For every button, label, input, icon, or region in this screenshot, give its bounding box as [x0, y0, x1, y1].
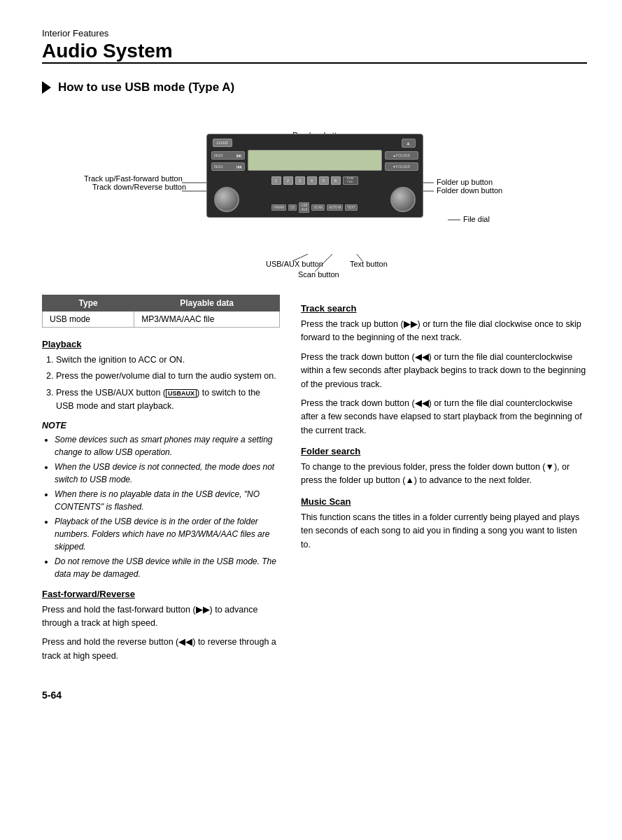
- folder-search-text: To change to the previous folder, press …: [301, 461, 587, 488]
- svg-text:Text button: Text button: [350, 260, 388, 268]
- svg-text:USB/AUX button: USB/AUX button: [266, 260, 323, 268]
- svg-text:Folder down button: Folder down button: [437, 186, 502, 195]
- step-3: Press the USB/AUX button (USBAUX) to swi…: [56, 386, 280, 414]
- num-buttons-row: 1 2 3 4 5 6 TUNEFILE: [248, 176, 382, 185]
- section-label-text: Interior Features: [42, 28, 108, 38]
- note-item-4: Playback of the USB device is in the ord…: [55, 515, 280, 553]
- step-2: Press the power/volume dial to turn the …: [56, 370, 280, 383]
- track-search-para2: Press the track down button (◀◀) or turn…: [301, 351, 587, 391]
- playback-steps: Switch the ignition to ACC or ON. Press …: [42, 354, 280, 414]
- folder-up-btn: ▲FOLDER: [385, 151, 418, 160]
- table-cell-data: MP3/WMA/AAC file: [134, 312, 280, 328]
- svg-line-19: [315, 254, 332, 272]
- table-header-playable: Playable data: [134, 295, 280, 312]
- fast-forward-text1: Press and hold the fast-forward button (…: [42, 603, 280, 631]
- svg-text:Folder up button: Folder up button: [437, 178, 493, 186]
- section-label: Interior Features: [42, 28, 587, 38]
- note-item-2: When the USB device is not connected, th…: [55, 461, 280, 486]
- seek-up-btn: SEEK⏭: [211, 151, 245, 160]
- diagram-area: Repeat button Random button Track up/Fas…: [42, 106, 587, 288]
- svg-text:File dial: File dial: [463, 215, 490, 223]
- triangle-icon: [42, 81, 51, 94]
- table-header-type: Type: [43, 295, 134, 312]
- table-row: USB mode MP3/WMA/AAC file: [43, 312, 280, 328]
- page-number: 5-64: [42, 690, 587, 701]
- note-item-1: Some devices such as smart phones may re…: [55, 433, 280, 458]
- right-column: Track search Press the track up button (…: [301, 295, 587, 668]
- fast-forward-title: Fast-forward/Reverse: [42, 589, 280, 599]
- function-buttons-row: FM/AM CD USBAUX SCAN AUTO·M TEXT: [248, 202, 382, 213]
- note-list: Some devices such as smart phones may re…: [42, 433, 280, 580]
- file-dial-knob: [390, 187, 416, 212]
- radio-unit: LOAD ▲ SEEK⏭ SEEK⏮ ▲FOLDER ▼FOLDER: [206, 134, 423, 218]
- track-search-para3: Press the track down button (◀◀) or turn…: [301, 397, 587, 438]
- folder-down-btn: ▼FOLDER: [385, 162, 418, 171]
- track-search-para1: Press the track up button (▶▶) or turn t…: [301, 318, 587, 345]
- page-title: Audio System: [42, 40, 587, 62]
- fast-forward-text2: Press and hold the reverse button (◀◀) t…: [42, 636, 280, 663]
- svg-line-18: [357, 254, 362, 261]
- playback-title: Playback: [42, 339, 280, 349]
- note-item-3: When there is no playable data in the US…: [55, 488, 280, 513]
- music-scan-title: Music Scan: [301, 496, 587, 507]
- note-title: NOTE: [42, 421, 280, 430]
- svg-text:Scan button: Scan button: [298, 270, 339, 279]
- volume-knob: [214, 187, 239, 212]
- eject-btn: ▲: [402, 139, 416, 148]
- load-btn: LOAD: [213, 139, 232, 147]
- playable-data-table: Type Playable data USB mode MP3/WMA/AAC …: [42, 295, 280, 328]
- folder-search-title: Folder search: [301, 446, 587, 456]
- seek-down-btn: SEEK⏮: [211, 162, 245, 171]
- svg-line-17: [292, 254, 308, 261]
- usb-section-heading: How to use USB mode (Type A): [42, 80, 587, 94]
- music-scan-text: This function scans the titles in a fold…: [301, 511, 587, 552]
- note-item-5: Do not remove the USB device while in th…: [55, 555, 280, 580]
- left-column: Type Playable data USB mode MP3/WMA/AAC …: [42, 295, 280, 668]
- step-1: Switch the ignition to ACC or ON.: [56, 354, 280, 367]
- svg-text:Track up/Fast-forward button: Track up/Fast-forward button: [84, 174, 183, 183]
- track-search-title: Track search: [301, 303, 587, 314]
- table-cell-type: USB mode: [43, 312, 134, 328]
- svg-text:Track down/Reverse button: Track down/Reverse button: [92, 183, 186, 191]
- display-screen: [248, 150, 382, 171]
